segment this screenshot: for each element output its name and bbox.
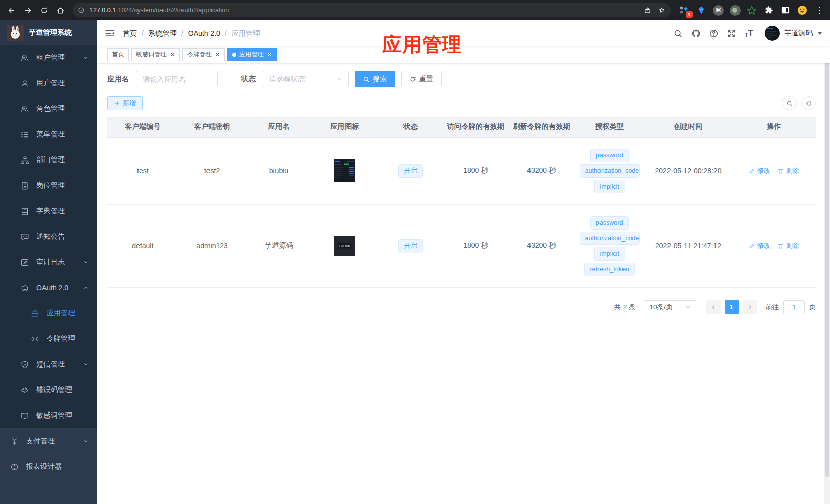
goto-page-input[interactable]: [783, 300, 805, 314]
breadcrumb-item[interactable]: 首页: [123, 29, 137, 37]
comment-icon: [20, 233, 29, 241]
search-button[interactable]: 搜索: [355, 71, 395, 87]
sidebar-root-items: 支付管理报表设计器: [0, 428, 97, 479]
status-badge: 开启: [398, 164, 423, 178]
delete-link[interactable]: 删除: [777, 241, 799, 250]
report-icon: [10, 463, 19, 471]
add-button[interactable]: 新增: [107, 96, 143, 110]
tab-sensitive-word[interactable]: 敏感词管理: [131, 48, 180, 61]
home-icon: [56, 6, 65, 15]
sidebar-item-tenant[interactable]: 租户管理: [0, 45, 97, 71]
sidebar-item-report-designer[interactable]: 报表设计器: [0, 454, 97, 479]
reset-button[interactable]: 重置: [401, 71, 442, 87]
status-select[interactable]: 请选择状态: [263, 71, 349, 87]
browser-home-button[interactable]: [53, 3, 67, 17]
emoji-avatar-icon: [797, 5, 808, 15]
tab-label: 应用管理: [239, 50, 264, 59]
tab-close-icon[interactable]: [170, 52, 175, 57]
browser-menu-button[interactable]: [814, 5, 825, 16]
fullscreen-icon[interactable]: [727, 29, 736, 38]
sidebar-menu: 租户管理用户管理角色管理菜单管理部门管理岗位管理字典管理通知公告审计日志OAut…: [0, 45, 97, 504]
sidebar-item-sms[interactable]: 短信管理: [0, 352, 97, 377]
breadcrumb-item[interactable]: OAuth 2.0: [188, 29, 220, 37]
sidebar-item-dept[interactable]: 部门管理: [0, 147, 97, 173]
share-icon[interactable]: [644, 7, 651, 14]
sidebar-item-error-code[interactable]: 错误码管理: [0, 377, 97, 403]
sidebar-item-label: 岗位管理: [36, 181, 65, 190]
grant-type-tag: password: [590, 149, 629, 162]
reload-icon: [40, 6, 49, 15]
sidebar-item-oauth2[interactable]: OAuth 2.0: [0, 275, 97, 301]
extension-command-icon[interactable]: ⌘: [712, 5, 724, 16]
breadcrumb-item[interactable]: 系统管理: [148, 29, 177, 37]
header-search-icon[interactable]: [673, 29, 683, 38]
page-content: 应用名 状态 请选择状态 搜索 重置: [97, 63, 830, 504]
app-name-input[interactable]: [136, 71, 218, 87]
book-icon: [20, 207, 29, 216]
bookmark-star-icon[interactable]: [658, 7, 665, 14]
status-badge: 开启: [398, 239, 423, 253]
extension-record-icon[interactable]: [729, 5, 741, 16]
sidebar-item-oauth2-token[interactable]: 令牌管理: [0, 326, 97, 352]
table-header-row: 客户端编号客户端密钥应用名应用图标状态访问令牌的有效期刷新令牌的有效期授权类型创…: [107, 117, 816, 138]
profile-avatar-button[interactable]: [797, 5, 808, 16]
shield-icon: [20, 360, 29, 369]
user-menu[interactable]: 芋道源码: [765, 26, 822, 41]
tab-home[interactable]: 首页: [107, 48, 129, 61]
url-bar[interactable]: 127.0.0.1:1024/system/oauth2/oauth2/appl…: [73, 3, 671, 17]
browser-back-button[interactable]: [4, 3, 18, 17]
chevron-down-icon: [83, 55, 89, 61]
split-screen-button[interactable]: [780, 5, 791, 16]
edit-link[interactable]: 修改: [749, 241, 770, 250]
sidebar-item-oauth2-app[interactable]: 应用管理: [0, 301, 97, 326]
prev-page-button[interactable]: [706, 300, 721, 314]
sidebar-item-notice[interactable]: 通知公告: [0, 224, 97, 249]
font-size-icon[interactable]: TT: [745, 29, 753, 38]
refresh-table-button[interactable]: [801, 96, 816, 110]
cell-client-secret: test2: [178, 162, 246, 180]
next-page-button[interactable]: [743, 300, 757, 314]
table-row: defaultadmin123芋道源码GitHub开启1800 秒43200 秒…: [107, 205, 816, 288]
cell-actions: 修改删除: [732, 236, 816, 256]
browser-forward-button[interactable]: [20, 3, 35, 17]
sidebar-item-menu[interactable]: 菜单管理: [0, 122, 97, 147]
help-icon[interactable]: [709, 29, 719, 38]
extension-gem-icon[interactable]: [696, 5, 707, 16]
scrollbar-thumb[interactable]: [825, 22, 829, 477]
active-tab-dot-icon: [232, 53, 236, 57]
breadcrumb-separator: /: [181, 29, 183, 37]
sidebar-item-audit-log[interactable]: 审计日志: [0, 249, 97, 275]
cell-grant-types: passwordauthorization_codeimplicitrefres…: [575, 205, 644, 287]
page-size-select[interactable]: 10条/页: [644, 300, 696, 314]
extension-star-icon[interactable]: [746, 5, 757, 16]
user-icon: [20, 79, 29, 88]
sidebar-item-dict[interactable]: 字典管理: [0, 198, 97, 224]
sidebar-item-role[interactable]: 角色管理: [0, 96, 97, 122]
sidebar-item-pay[interactable]: 支付管理: [0, 428, 97, 454]
tab-token-manage[interactable]: 令牌管理: [182, 48, 225, 61]
page-number-1[interactable]: 1: [725, 300, 739, 314]
edit-link[interactable]: 修改: [749, 166, 770, 175]
hamburger-icon[interactable]: [104, 28, 116, 39]
browser-reload-button[interactable]: [37, 3, 51, 17]
tab-close-icon[interactable]: [215, 52, 220, 57]
user-name: 芋道源码: [784, 29, 813, 38]
sidebar-item-sensitive-word[interactable]: 敏感词管理: [0, 403, 97, 428]
page-scrollbar[interactable]: [824, 20, 830, 504]
cell-app-icon: [311, 154, 378, 188]
app-logo[interactable]: 芋道管理系统: [0, 20, 97, 45]
green-star-icon: [747, 5, 757, 15]
delete-link[interactable]: 删除: [777, 166, 799, 175]
trash-icon: [777, 168, 784, 174]
site-info-icon[interactable]: [78, 7, 85, 14]
sidebar-item-user[interactable]: 用户管理: [0, 71, 97, 96]
extension-badge: 9: [686, 11, 693, 18]
sidebar-item-post[interactable]: 岗位管理: [0, 173, 97, 198]
toggle-search-button[interactable]: [782, 96, 796, 110]
tab-app-manage[interactable]: 应用管理: [227, 48, 277, 61]
github-icon[interactable]: [691, 29, 701, 38]
extension-tiles-icon[interactable]: 9: [679, 5, 690, 16]
tab-close-icon[interactable]: [267, 52, 272, 57]
grant-type-tag: implicit: [594, 247, 625, 260]
extensions-puzzle-button[interactable]: [763, 5, 774, 16]
